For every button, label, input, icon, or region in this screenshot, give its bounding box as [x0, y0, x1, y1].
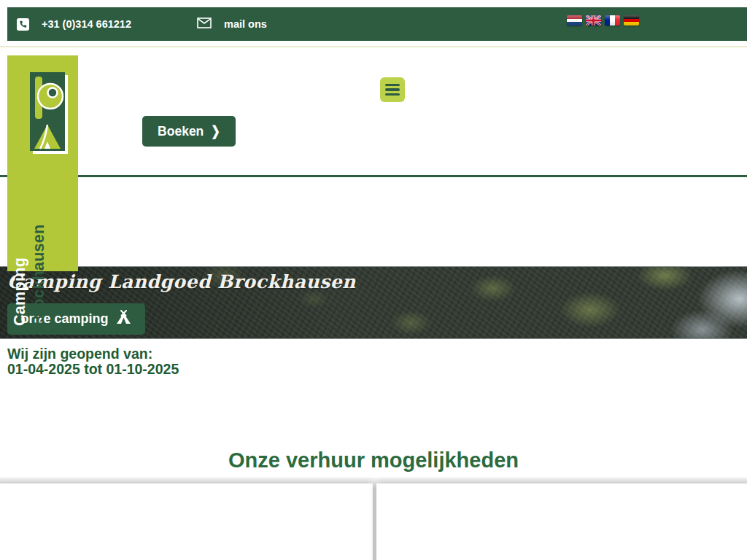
phone-number: +31 (0)314 661212 [42, 18, 131, 30]
chevron-right-icon: ❯ [211, 123, 220, 140]
mail-link[interactable]: mail ons [197, 18, 267, 31]
mail-icon [197, 18, 212, 31]
boeken-label: Boeken [158, 124, 204, 139]
opening-line2: 01-04-2025 tot 01-10-2025 [7, 362, 179, 377]
section-heading: Onze verhuur mogelijkheden [0, 448, 747, 472]
rental-card[interactable] [376, 483, 747, 560]
hero-banner: Camping Landgoed Brockhausen onze campin… [0, 266, 747, 339]
language-switcher [567, 15, 639, 26]
opening-line1: Wij zijn geopend van: [7, 346, 179, 362]
boeken-button[interactable]: Boeken ❯ [142, 116, 236, 147]
page: +31 (0)314 661212 mail ons [0, 0, 747, 560]
flag-gb-icon[interactable] [586, 15, 601, 26]
hero-title: Camping Landgoed Brockhausen [7, 271, 356, 292]
tent-icon [115, 310, 132, 328]
logo-wordmark: Camping Brockhausen [10, 209, 53, 326]
header-divider-light [0, 46, 747, 47]
logo-word-brockhausen: Brockhausen [29, 209, 48, 326]
logo[interactable]: Camping Brockhausen [7, 55, 78, 271]
menu-toggle-button[interactable] [380, 77, 405, 102]
logo-mark-icon [28, 70, 71, 160]
hamburger-icon [385, 84, 400, 87]
topbar: +31 (0)314 661212 mail ons [7, 7, 747, 41]
flag-fr-icon[interactable] [605, 15, 620, 26]
rental-card[interactable] [0, 483, 373, 560]
flag-nl-icon[interactable] [567, 15, 582, 26]
mail-label: mail ons [224, 18, 267, 30]
header-divider-green [0, 175, 747, 177]
opening-dates: Wij zijn geopend van: 01-04-2025 tot 01-… [7, 346, 179, 377]
phone-link[interactable]: +31 (0)314 661212 [17, 18, 131, 31]
logo-word-camping: Camping [10, 209, 29, 326]
phone-icon [17, 18, 29, 31]
flag-de-icon[interactable] [624, 15, 639, 26]
